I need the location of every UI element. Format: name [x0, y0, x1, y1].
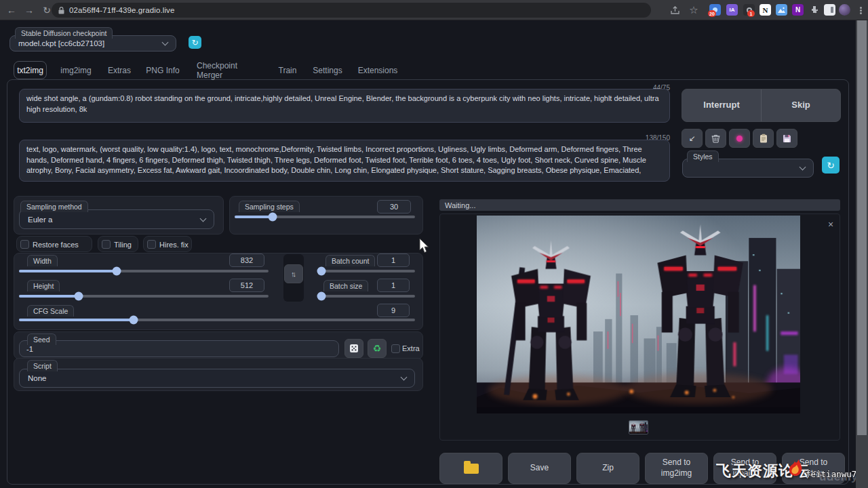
tiling-checkbox[interactable]	[102, 240, 111, 249]
extra-networks-dot-icon	[736, 136, 743, 142]
scrollbar-thumb[interactable]	[857, 20, 867, 435]
gallery-thumbnail[interactable]	[629, 420, 648, 434]
extension-icon-onenote[interactable]: N	[792, 4, 804, 16]
extension-icon-image[interactable]	[776, 4, 787, 16]
chevron-down-icon	[162, 39, 169, 46]
cfg-scale-input[interactable]	[377, 304, 410, 317]
browser-forward-icon[interactable]: →	[22, 3, 37, 18]
sampling-steps-slider[interactable]	[235, 216, 415, 218]
tiling-label: Tiling	[114, 241, 132, 249]
skip-button[interactable]: Skip	[762, 100, 840, 111]
restore-faces-checkbox[interactable]	[20, 240, 29, 249]
batch-count-label: Batch count	[326, 255, 375, 266]
script-value: None	[28, 374, 47, 382]
clear-prompt-button[interactable]	[705, 129, 726, 148]
sampling-steps-label: Sampling steps	[239, 201, 300, 212]
paste-generation-params-button[interactable]: ↙	[682, 129, 703, 148]
lock-icon	[58, 7, 64, 14]
slider-thumb[interactable]	[317, 267, 326, 276]
profile-avatar[interactable]	[839, 4, 850, 16]
tab-extras[interactable]: Extras	[106, 61, 133, 79]
batch-size-slider[interactable]	[317, 295, 415, 298]
side-panel-icon[interactable]	[824, 4, 835, 16]
script-dropdown[interactable]: None	[19, 369, 415, 388]
bookmark-star-icon[interactable]: ☆	[686, 3, 701, 18]
extra-seed-checkbox[interactable]	[391, 344, 400, 353]
batch-size-label: Batch size	[323, 280, 368, 291]
script-label: Script	[27, 360, 58, 371]
cfg-scale-slider[interactable]	[19, 319, 415, 321]
address-bar[interactable]: 02a56ff4-71ff-439e.gradio.live	[52, 3, 651, 18]
slider-thumb[interactable]	[268, 213, 277, 222]
height-input[interactable]	[229, 279, 264, 292]
extensions-puzzle-icon[interactable]	[808, 4, 820, 16]
extension-icon-ia[interactable]: IA	[726, 4, 738, 16]
browser-toolbar: ← → ↻ 02a56ff4-71ff-439e.gradio.live ☆ 2…	[0, 0, 868, 20]
clipboard-icon	[760, 134, 768, 143]
slider-thumb[interactable]	[130, 316, 138, 325]
extension-badge-20: 20	[708, 10, 716, 17]
restore-faces-label: Restore faces	[33, 241, 79, 249]
slider-thumb[interactable]	[112, 267, 121, 276]
paste-arrow-icon: ↙	[688, 134, 695, 143]
tab-txt2img[interactable]: txt2img	[14, 61, 47, 79]
save-style-button[interactable]	[776, 129, 797, 148]
save-button[interactable]: Save	[508, 453, 571, 484]
zip-button[interactable]: Zip	[576, 453, 639, 484]
hires-fix-label: Hires. fix	[159, 241, 189, 249]
batch-count-slider[interactable]	[317, 270, 415, 272]
prompt-textarea[interactable]: wide shot angle, a (gundam:0.8) robot st…	[19, 89, 670, 123]
close-image-button[interactable]: ×	[825, 218, 837, 230]
height-label: Height	[27, 280, 60, 291]
url-text: 02a56ff4-71ff-439e.gradio.live	[69, 6, 174, 14]
trash-icon	[711, 134, 720, 143]
seed-input[interactable]	[19, 340, 339, 357]
browser-back-icon[interactable]: ←	[4, 3, 19, 18]
height-slider[interactable]	[19, 295, 269, 298]
seed-label: Seed	[27, 333, 56, 345]
swap-arrows-icon: ↑↓	[291, 270, 296, 278]
slider-thumb[interactable]	[317, 292, 326, 301]
batch-size-input[interactable]	[377, 279, 410, 292]
batch-count-input[interactable]	[377, 253, 410, 267]
extension-icon-notion[interactable]: N	[760, 4, 771, 16]
extension-badge-1: 1	[747, 10, 755, 17]
tab-png-info[interactable]: PNG Info	[146, 61, 180, 79]
chevron-down-icon	[200, 215, 207, 222]
tab-checkpoint-merger[interactable]: Checkpoint Merger	[197, 61, 264, 79]
checkpoint-refresh-button[interactable]: ↻	[189, 36, 201, 49]
tab-settings[interactable]: Settings	[312, 61, 343, 79]
floppy-disk-icon	[783, 134, 791, 143]
reuse-seed-button[interactable]: ♻	[368, 339, 387, 358]
styles-label: Styles	[687, 150, 719, 162]
negative-prompt-textarea[interactable]: text, logo, watermark, (worst quality, l…	[19, 140, 670, 182]
sampling-steps-input[interactable]	[377, 200, 411, 214]
folder-icon	[464, 464, 479, 474]
sampling-method-dropdown[interactable]: Euler a	[19, 209, 214, 229]
random-seed-button[interactable]	[344, 339, 363, 358]
open-folder-button[interactable]	[439, 453, 502, 484]
extra-networks-button[interactable]	[729, 129, 750, 148]
tab-extensions[interactable]: Extensions	[358, 61, 397, 79]
width-label: Width	[27, 255, 58, 266]
apply-styles-button[interactable]	[753, 129, 774, 148]
width-slider[interactable]	[19, 270, 269, 272]
tab-img2img[interactable]: img2img	[60, 61, 92, 79]
slider-thumb[interactable]	[75, 292, 83, 301]
generated-image[interactable]	[477, 216, 800, 413]
checkpoint-label: Stable Diffusion checkpoint	[15, 27, 113, 39]
width-input[interactable]	[229, 253, 264, 267]
send-to-img2img-button[interactable]: Send to img2img	[645, 453, 708, 484]
progress-text: Waiting...	[445, 201, 475, 209]
recycle-icon: ♻	[373, 343, 382, 354]
share-icon[interactable]	[667, 3, 682, 18]
browser-menu-kebab-icon[interactable]	[853, 3, 868, 18]
swap-width-height-button[interactable]: ↑↓	[284, 264, 303, 283]
hires-fix-checkbox[interactable]	[147, 240, 156, 249]
interrupt-skip-group: Interrupt Skip	[682, 89, 841, 122]
progress-bar: Waiting...	[439, 199, 840, 211]
styles-refresh-button[interactable]: ↻	[822, 157, 840, 174]
interrupt-button[interactable]: Interrupt	[682, 100, 761, 111]
tab-train[interactable]: Train	[277, 61, 298, 79]
dice-icon	[349, 344, 359, 353]
